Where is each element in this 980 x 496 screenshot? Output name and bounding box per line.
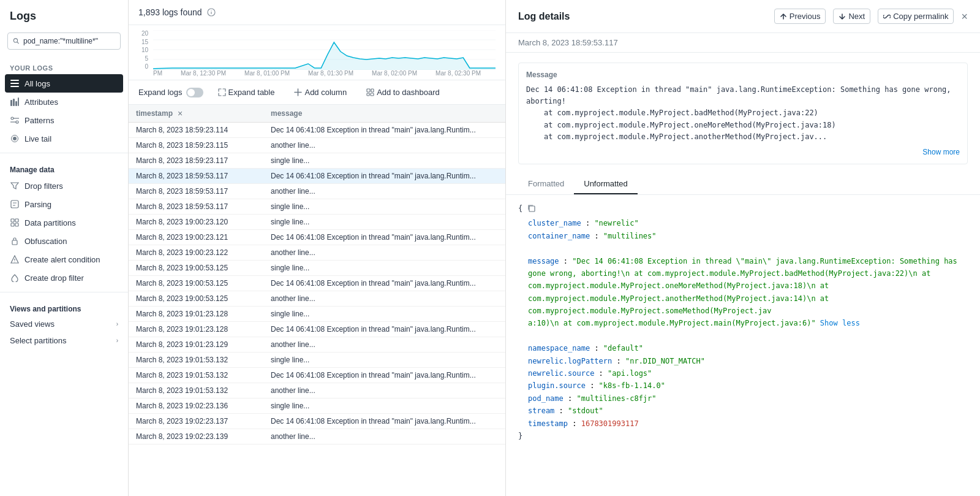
sidebar-item-patterns[interactable]: Patterns	[0, 111, 128, 129]
sidebar-item-label: Create alert condition	[24, 255, 100, 264]
timestamp-cell: March 8, 2023 19:00:53.125	[129, 261, 263, 276]
y-label-10: 10	[138, 47, 148, 53]
sidebar-item-create-drop[interactable]: Create drop filter	[0, 269, 128, 287]
filter-icon	[10, 181, 20, 191]
sidebar-item-label: Patterns	[24, 116, 54, 125]
sidebar-item-all-logs[interactable]: All logs	[5, 74, 123, 93]
svg-rect-5	[10, 100, 12, 106]
table-row[interactable]: March 8, 2023 18:59:53.117single line...	[129, 199, 505, 215]
table-row[interactable]: March 8, 2023 19:02:23.139another line..…	[129, 429, 505, 444]
sidebar-item-parsing[interactable]: Parsing	[0, 195, 128, 213]
chart-labels: PM Mar 8, 12:30 PM Mar 8, 01:00 PM Mar 8…	[138, 70, 496, 77]
table-row[interactable]: March 8, 2023 19:00:53.125single line...	[129, 261, 505, 276]
timestamp-cell: March 8, 2023 18:59:23.114	[129, 123, 263, 138]
toggle-switch[interactable]	[186, 88, 203, 97]
svg-rect-15	[11, 200, 18, 208]
sidebar-item-data-partitions[interactable]: Data partitions	[0, 213, 128, 232]
table-row[interactable]: March 8, 2023 19:00:23.120single line...	[129, 215, 505, 230]
timestamp-cell: March 8, 2023 19:00:53.125	[129, 291, 263, 307]
table-row[interactable]: March 8, 2023 18:59:23.114Dec 14 06:41:0…	[129, 123, 505, 138]
log-table[interactable]: timestamp × message March 8, 2023 18:59:…	[129, 105, 505, 496]
sidebar-item-drop-filters[interactable]: Drop filters	[0, 177, 128, 195]
log-details-panel: Log details Previous Next C	[505, 0, 980, 496]
message-cell: single line...	[263, 307, 505, 322]
table-row[interactable]: March 8, 2023 19:02:23.136single line...	[129, 399, 505, 414]
panel-actions: Previous Next Copy permalink ×	[774, 9, 968, 24]
table-row[interactable]: March 8, 2023 19:01:53.132Dec 14 06:41:0…	[129, 368, 505, 383]
expand-icon	[218, 88, 226, 96]
tab-unformatted[interactable]: Unformatted	[574, 174, 638, 194]
sidebar-item-select-partitions[interactable]: Select partitions ›	[0, 332, 128, 349]
table-row[interactable]: March 8, 2023 19:00:23.121Dec 14 06:41:0…	[129, 230, 505, 245]
tab-formatted[interactable]: Formatted	[518, 174, 574, 194]
add-column-button[interactable]: Add column	[289, 85, 352, 99]
sidebar: Logs Your logs All logs Attri	[0, 0, 129, 496]
search-icon	[13, 37, 20, 45]
logs-count: 1,893 logs found	[138, 7, 496, 17]
svg-rect-3	[10, 83, 19, 84]
logs-table: timestamp × message March 8, 2023 18:59:…	[129, 105, 505, 444]
svg-point-10	[16, 121, 18, 123]
sidebar-item-create-alert[interactable]: Create alert condition	[0, 250, 128, 269]
link-icon	[883, 13, 891, 20]
search-box[interactable]	[7, 32, 121, 50]
dashboard-icon	[366, 88, 374, 96]
search-input[interactable]	[23, 37, 115, 45]
copy-icon[interactable]	[527, 204, 536, 213]
main-content: 1,893 logs found 20 15 10 5 0 .grid-line…	[129, 0, 505, 496]
timestamp-cell: March 8, 2023 18:59:53.117	[129, 169, 263, 184]
parse-icon	[10, 199, 20, 209]
sidebar-item-saved-views[interactable]: Saved views ›	[0, 316, 128, 332]
table-row[interactable]: March 8, 2023 18:59:23.115another line..…	[129, 138, 505, 153]
table-row[interactable]: March 8, 2023 19:01:53.132another line..…	[129, 383, 505, 399]
message-cell: single line...	[263, 199, 505, 215]
timestamp-cell: March 8, 2023 19:01:23.129	[129, 337, 263, 353]
svg-rect-6	[13, 99, 15, 106]
svg-rect-19	[15, 219, 18, 222]
table-row[interactable]: March 8, 2023 19:01:23.128single line...	[129, 307, 505, 322]
show-more-link[interactable]: Show more	[526, 148, 960, 156]
x-label-2: Mar 8, 01:00 PM	[244, 70, 290, 77]
message-text: Dec 14 06:41:08 Exception in thread "mai…	[526, 84, 960, 143]
clear-timestamp-button[interactable]: ×	[175, 109, 185, 118]
table-row[interactable]: March 8, 2023 19:00:53.125another line..…	[129, 291, 505, 307]
table-row[interactable]: March 8, 2023 19:02:23.137Dec 14 06:41:0…	[129, 414, 505, 429]
expand-logs-toggle[interactable]: Expand logs	[138, 88, 203, 97]
sidebar-item-obfuscation[interactable]: Obfuscation	[0, 232, 128, 250]
table-row[interactable]: March 8, 2023 18:59:53.117Dec 14 06:41:0…	[129, 169, 505, 184]
table-row[interactable]: March 8, 2023 19:00:23.122another line..…	[129, 245, 505, 261]
table-row[interactable]: March 8, 2023 19:01:53.132single line...	[129, 353, 505, 368]
next-button[interactable]: Next	[833, 9, 870, 24]
message-cell: another line...	[263, 138, 505, 153]
table-row[interactable]: March 8, 2023 18:59:53.117another line..…	[129, 184, 505, 199]
previous-button[interactable]: Previous	[774, 9, 826, 24]
obfuscation-icon	[10, 236, 20, 246]
y-label-20: 20	[138, 30, 148, 37]
table-row[interactable]: March 8, 2023 19:00:53.125Dec 14 06:41:0…	[129, 276, 505, 291]
svg-rect-38	[371, 93, 374, 96]
add-to-dashboard-button[interactable]: Add to dashboard	[361, 85, 445, 99]
svg-point-9	[11, 117, 13, 120]
live-icon	[10, 134, 20, 143]
list-icon	[10, 78, 20, 88]
sidebar-item-live-tail[interactable]: Live tail	[0, 129, 128, 148]
svg-rect-2	[10, 80, 19, 81]
info-icon	[207, 8, 216, 17]
table-row[interactable]: March 8, 2023 18:59:23.117single line...	[129, 153, 505, 169]
sidebar-item-label: Parsing	[24, 200, 51, 209]
plus-icon	[294, 88, 302, 96]
close-button[interactable]: ×	[961, 11, 968, 22]
table-row[interactable]: March 8, 2023 19:01:23.129another line..…	[129, 337, 505, 353]
json-close-brace: }	[518, 432, 522, 440]
sidebar-item-attributes[interactable]: Attributes	[0, 93, 128, 111]
show-less-link[interactable]: Show less	[820, 319, 860, 327]
svg-point-27	[211, 10, 211, 10]
copy-permalink-button[interactable]: Copy permalink	[878, 9, 954, 24]
divider	[0, 153, 128, 153]
chevron-right-icon: ›	[116, 337, 118, 344]
x-label-4: Mar 8, 02:00 PM	[372, 70, 417, 77]
table-row[interactable]: March 8, 2023 19:01:23.128Dec 14 06:41:0…	[129, 322, 505, 337]
timestamp-header: timestamp ×	[129, 105, 263, 123]
logs-header: 1,893 logs found	[129, 0, 505, 25]
expand-table-button[interactable]: Expand table	[213, 85, 280, 99]
